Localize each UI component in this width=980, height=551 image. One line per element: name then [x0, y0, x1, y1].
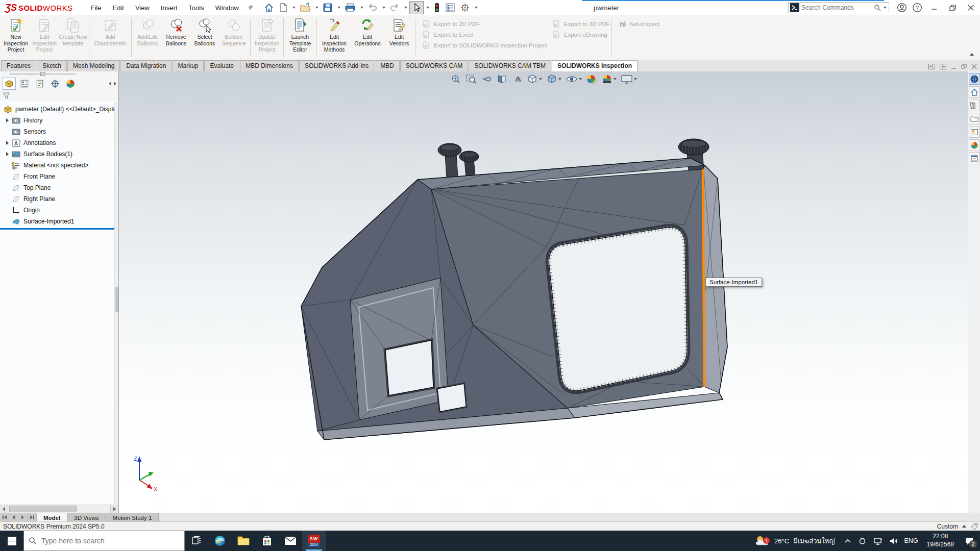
display-style-icon[interactable] — [546, 74, 561, 84]
new-inspection-project-button[interactable]: New Inspection Project — [2, 15, 30, 60]
taskbar-search[interactable] — [23, 531, 185, 551]
tab-motion-study-1[interactable]: Motion Study 1 — [106, 513, 159, 521]
tab-solidworks-inspection[interactable]: SOLIDWORKS Inspection — [552, 60, 638, 71]
redo-caret[interactable] — [404, 7, 407, 9]
tag-icon[interactable] — [970, 523, 978, 530]
next-tab-icon[interactable] — [18, 513, 28, 521]
view-orientation-icon[interactable] — [527, 74, 542, 84]
featuremanager-tree-tab[interactable] — [3, 78, 16, 90]
new-document-button[interactable] — [277, 1, 290, 14]
clock[interactable]: 22:08 19/6/2568 — [922, 533, 959, 548]
tab-solidworks-cam-tbm[interactable]: SOLIDWORKS CAM TBM — [469, 60, 551, 71]
mail-icon[interactable] — [279, 531, 302, 551]
select-tool-button[interactable] — [409, 1, 424, 14]
display-style-caret[interactable] — [558, 78, 561, 80]
tab-model[interactable]: Model — [37, 513, 67, 521]
tree-item-top-plane[interactable]: Top Plane — [0, 182, 118, 193]
show-hidden-icons-chevron[interactable] — [844, 538, 851, 543]
tree-root-part[interactable]: pwmeter (Default) <<Default>_Display — [0, 104, 118, 115]
launch-template-editor-button[interactable]: Launch Template Editor — [285, 15, 315, 60]
propertymanager-tab[interactable] — [18, 78, 31, 90]
file-explorer-icon[interactable] — [969, 113, 979, 124]
tree-item-material[interactable]: Material <not specified> — [0, 160, 118, 171]
tree-item-annotations[interactable]: A Annotations — [0, 137, 118, 148]
expander-icon[interactable] — [4, 141, 11, 145]
tree-item-surface-bodies[interactable]: Surface Bodies(1) — [0, 148, 118, 160]
search-commands-input[interactable] — [801, 4, 874, 11]
display-state-caret-icon[interactable] — [962, 525, 966, 528]
tab-solidworks-cam[interactable]: SOLIDWORKS CAM — [400, 60, 468, 71]
configurationmanager-tab[interactable] — [33, 78, 46, 90]
tab-mbd-dimensions[interactable]: MBD Dimensions — [240, 60, 299, 71]
filter-funnel-icon[interactable] — [3, 92, 10, 99]
solidworks-resources-icon[interactable] — [969, 73, 979, 85]
tab-mesh-modeling[interactable]: Mesh Modeling — [67, 60, 120, 71]
design-library-icon[interactable] — [969, 99, 979, 111]
tab-markup[interactable]: Markup — [172, 60, 204, 71]
tab-mbd[interactable]: MBD — [375, 60, 400, 71]
edge-browser-icon[interactable] — [208, 531, 232, 551]
print-button[interactable] — [342, 1, 358, 14]
hide-annotations-icon[interactable]: A — [511, 74, 523, 84]
last-tab-icon[interactable] — [28, 513, 37, 521]
edit-appearance-icon[interactable] — [586, 74, 597, 84]
dimxpertmanager-tab[interactable] — [48, 78, 62, 90]
menu-edit[interactable]: Edit — [107, 2, 129, 14]
network-icon[interactable] — [873, 537, 883, 545]
options-caret[interactable] — [475, 7, 478, 9]
rollback-bar[interactable] — [0, 228, 118, 230]
tree-vertical-scrollbar[interactable] — [114, 102, 118, 504]
undo-button[interactable] — [365, 1, 380, 14]
new-document-caret[interactable] — [292, 7, 296, 9]
view-orientation-caret[interactable] — [539, 78, 542, 80]
tree-item-front-plane[interactable]: Front Plane — [0, 171, 118, 182]
tab-features[interactable]: Features — [1, 60, 36, 71]
displaymanager-tab[interactable] — [64, 78, 77, 90]
apply-scene-icon[interactable] — [601, 74, 617, 84]
previous-view-icon[interactable] — [481, 74, 492, 84]
pin-menu-icon[interactable] — [247, 4, 254, 11]
edit-inspection-methods-button[interactable]: Edit Inspection Methods — [318, 15, 350, 60]
ribbon-collapse-chevron[interactable] — [970, 53, 974, 56]
view-palette-icon[interactable] — [969, 126, 979, 138]
display-state-label[interactable]: Custom — [937, 523, 958, 530]
tab-sketch[interactable]: Sketch — [37, 60, 67, 71]
scroll-tabs-right-icon[interactable] — [114, 82, 116, 86]
zoom-to-area-icon[interactable] — [465, 74, 477, 84]
command-search[interactable] — [788, 2, 889, 13]
select-tool-caret[interactable] — [426, 7, 429, 9]
expander-icon[interactable] — [4, 152, 11, 156]
tab-data-migration[interactable]: Data Migration — [120, 60, 172, 71]
edit-operations-button[interactable]: Edit Operations — [350, 15, 385, 60]
solidworks-app-button[interactable]: SW 2024 — [302, 531, 326, 551]
pane-right-icon[interactable] — [940, 64, 946, 69]
language-indicator[interactable]: ENG — [904, 537, 918, 544]
mesh-model[interactable] — [119, 71, 968, 513]
help-icon[interactable]: ? — [910, 0, 925, 15]
onedrive-icon[interactable] — [858, 537, 867, 545]
pane-left-icon[interactable] — [928, 64, 935, 69]
home-tab-icon[interactable] — [969, 86, 979, 98]
expander-icon[interactable] — [4, 118, 11, 122]
custom-properties-icon[interactable] — [969, 153, 979, 164]
scroll-left-icon[interactable] — [0, 505, 8, 513]
tree-item-surface-imported1[interactable]: Surface-Imported1 — [0, 216, 118, 227]
minimize-button[interactable] — [925, 0, 943, 15]
menu-file[interactable]: File — [85, 2, 107, 14]
tree-horizontal-scrollbar[interactable] — [0, 505, 118, 513]
rebuild-button[interactable] — [431, 1, 443, 14]
menu-insert[interactable]: Insert — [155, 2, 183, 14]
menu-view[interactable]: View — [130, 2, 155, 14]
scrollbar-thumb[interactable] — [115, 287, 118, 312]
remove-balloons-button[interactable]: Remove Balloons — [162, 15, 190, 60]
document-restore-icon[interactable] — [961, 64, 967, 69]
tab-3d-views[interactable]: 3D Views — [67, 513, 106, 521]
microsoft-store-icon[interactable] — [255, 531, 279, 551]
save-button[interactable] — [321, 1, 335, 14]
hide-show-caret[interactable] — [579, 78, 582, 80]
appearances-icon[interactable] — [969, 139, 979, 151]
first-tab-icon[interactable] — [0, 513, 9, 521]
edit-vendors-button[interactable]: Edit Vendors — [385, 15, 413, 60]
file-properties-button[interactable] — [443, 1, 457, 14]
view-settings-caret[interactable] — [634, 78, 637, 80]
